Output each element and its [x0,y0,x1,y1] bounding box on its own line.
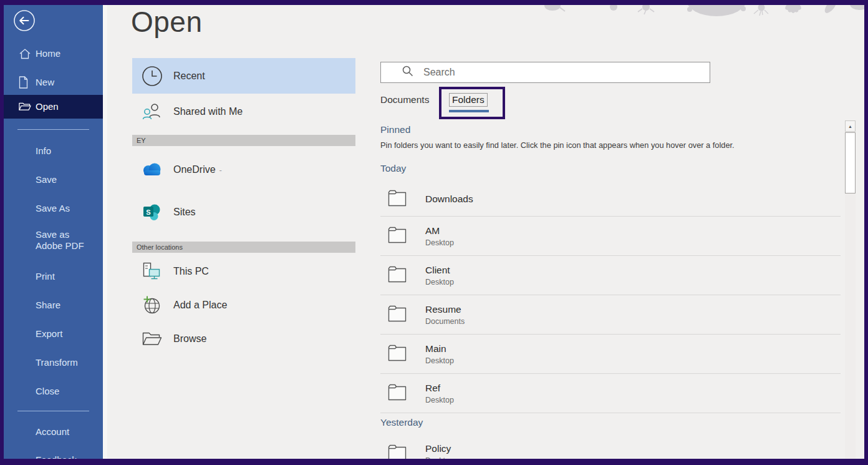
folder-icon [388,190,407,209]
sidebar-item-save[interactable]: Save [4,170,103,189]
pane-edge [103,5,107,459]
sidebar-item-open[interactable]: Open [4,95,103,119]
clock-icon [141,66,163,87]
folder-row-ref[interactable]: Ref Desktop [380,374,841,413]
sidebar-item-new[interactable]: New [4,73,103,92]
sidebar-item-save-as[interactable]: Save As [4,199,103,218]
sidebar-item-transform[interactable]: Transform [4,353,103,372]
sidebar-item-account[interactable]: Account [4,423,103,441]
section-band-label: Other locations [137,243,183,251]
browse-folder-icon [141,331,163,346]
folder-row-main[interactable]: Main Desktop [380,335,841,374]
back-arrow-icon [12,9,36,32]
place-browse[interactable]: Browse [132,322,355,356]
globe-plus-icon [141,296,163,315]
sidebar-item-print[interactable]: Print [4,267,103,286]
folder-icon [388,227,407,246]
place-sites[interactable]: S Sites [132,192,355,232]
svg-text:S: S [146,208,150,216]
sidebar-divider [17,411,89,411]
sidebar: Home New Open [4,5,103,459]
group-heading-today: Today [380,163,406,174]
pinned-heading: Pinned [380,124,410,135]
sidebar-item-label: Save as Adobe PDF [36,229,95,252]
folder-icon [388,384,407,403]
sidebar-item-feedback[interactable]: Feedback [4,451,103,459]
folder-name: AM [425,225,454,237]
folder-name: Resume [425,304,465,315]
search-icon [402,66,413,79]
folder-location: Desktop [425,278,454,286]
sidebar-item-label: Home [36,48,60,59]
annotation-highlight-box: Folders [439,87,505,119]
section-band-label: EY [137,137,146,144]
scrollbar-track[interactable]: ▲ [845,120,856,459]
scrollbar-thumb[interactable] [845,132,856,193]
sidebar-item-info[interactable]: Info [4,142,103,160]
sidebar-item-home[interactable]: Home [4,44,103,63]
folder-location: Desktop [425,238,454,247]
folder-row-downloads[interactable]: Downloads [380,182,841,217]
group-heading-yesterday: Yesterday [380,417,423,428]
place-shared-with-me[interactable]: Shared with Me [132,94,355,130]
back-button[interactable] [12,9,36,32]
place-this-pc[interactable]: This PC [132,255,355,288]
place-label: OneDrive [173,164,216,175]
sidebar-item-label: Feedback [36,454,77,459]
place-label: Shared with Me [173,106,243,117]
tab-folders[interactable]: Folders [449,93,488,107]
sidebar-divider [17,129,89,130]
place-label: Add a Place [173,300,227,311]
folder-location: Desktop [425,396,454,404]
folder-row-am[interactable]: AM Desktop [380,217,841,256]
place-label: Browse [173,333,206,345]
place-label-suffix: - [219,165,222,175]
active-tab-underline [449,110,489,112]
page-title: Open [131,5,203,39]
sidebar-item-label: Share [36,300,60,311]
scrollbar-up-button[interactable]: ▲ [845,120,856,132]
folder-name: Client [425,265,454,276]
sidebar-item-export[interactable]: Export [4,325,103,343]
sidebar-item-close[interactable]: Close [4,382,103,401]
folder-icon [388,305,407,325]
onedrive-icon [141,162,163,177]
folder-name: Main [425,343,454,355]
folder-location: Desktop [425,356,454,365]
folder-row-client[interactable]: Client Desktop [380,256,841,295]
folder-location: Documents [425,317,465,326]
new-document-icon [19,76,31,89]
sharepoint-icon: S [141,203,163,221]
folder-row-resume[interactable]: Resume Documents [380,295,841,335]
place-label: Sites [173,207,196,218]
home-icon [19,47,31,60]
folder-row-policy[interactable]: Policy Desktop [380,434,841,459]
place-onedrive[interactable]: OneDrive - [132,150,355,190]
window-frame: Home New Open [0,0,868,465]
place-label: This PC [173,266,209,277]
place-recent[interactable]: Recent [132,58,355,94]
search-input[interactable] [423,67,685,78]
decorative-floral-shapes [533,5,864,25]
section-band-ey: EY [132,135,355,146]
sidebar-item-label: Transform [36,357,78,368]
sidebar-item-label: Print [36,271,55,282]
folder-icon [388,345,407,364]
sidebar-item-label: Open [36,101,59,112]
tab-folders-label: Folders [449,93,488,107]
sidebar-item-label: New [36,77,54,88]
place-label: Recent [173,71,205,82]
sidebar-item-save-as-adobe-pdf[interactable]: Save as Adobe PDF [4,228,103,253]
sidebar-item-label: Save [36,174,57,185]
sidebar-item-label: Account [36,426,69,438]
pinned-description: Pin folders you want to easily find late… [380,140,735,150]
sidebar-item-share[interactable]: Share [4,296,103,315]
search-box [380,62,710,83]
place-add-a-place[interactable]: Add a Place [132,288,355,322]
sidebar-item-label: Save As [36,203,70,214]
tab-documents[interactable]: Documents [380,94,429,105]
open-folder-icon [19,100,31,113]
folder-icon [388,266,407,285]
backstage-view: Home New Open [4,5,864,459]
this-pc-icon [141,262,163,281]
